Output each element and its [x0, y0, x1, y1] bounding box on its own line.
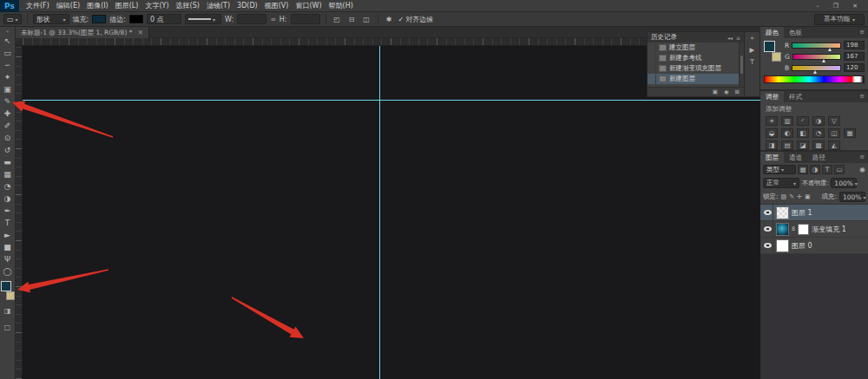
- horizontal-guide[interactable]: [23, 100, 760, 101]
- menu-window[interactable]: 窗口(W): [292, 0, 325, 12]
- dodge-tool[interactable]: ◑: [0, 193, 15, 205]
- gradient-fill-thumbnail[interactable]: [776, 223, 789, 236]
- pen-tool[interactable]: ✒: [0, 205, 15, 217]
- curves-icon[interactable]: ◜: [797, 116, 809, 126]
- type-tool[interactable]: T: [0, 217, 15, 229]
- crop-tool[interactable]: ▣: [0, 83, 15, 95]
- panel-menu-icon[interactable]: ≡: [856, 152, 868, 163]
- tab-layers[interactable]: 图层: [760, 152, 784, 163]
- color-balance-icon[interactable]: ◐: [781, 128, 793, 138]
- restore-button[interactable]: ❐: [833, 3, 838, 10]
- channel-mixer-icon[interactable]: ◫: [828, 128, 840, 138]
- red-slider[interactable]: [792, 42, 841, 49]
- selective-color-icon[interactable]: ◭: [828, 140, 840, 150]
- rectangle-tool[interactable]: ■: [0, 241, 15, 253]
- filter-type-dropdown[interactable]: 类型 ▾: [763, 165, 796, 174]
- green-slider[interactable]: [792, 54, 841, 60]
- history-item-selected[interactable]: 新建图层: [648, 74, 744, 84]
- threshold-icon[interactable]: ◪: [797, 140, 809, 150]
- eraser-tool[interactable]: ▬: [0, 156, 15, 168]
- layer-thumbnail[interactable]: [776, 206, 789, 219]
- zoom-tool[interactable]: ◯: [0, 265, 15, 278]
- background-color-swatch[interactable]: [6, 291, 15, 300]
- exposure-icon[interactable]: ◑: [812, 116, 825, 126]
- visibility-toggle[interactable]: [762, 205, 773, 221]
- path-arrangement-icon[interactable]: ◫: [361, 14, 372, 24]
- red-value-field[interactable]: 198: [844, 41, 865, 49]
- close-tab-icon[interactable]: ×: [137, 29, 143, 36]
- vertical-guide[interactable]: [379, 46, 380, 379]
- vertical-ruler[interactable]: [16, 46, 23, 379]
- blue-value-field[interactable]: 120: [844, 63, 865, 72]
- menu-help[interactable]: 帮助(H): [326, 0, 357, 12]
- history-source-checkbox[interactable]: [648, 64, 656, 74]
- filter-adjustment-layers-icon[interactable]: ◑: [810, 165, 820, 174]
- filter-pixel-layers-icon[interactable]: ▦: [798, 165, 808, 174]
- close-button[interactable]: ✕: [852, 3, 858, 10]
- document-tab[interactable]: 未标题-1 @ 33.3%(图层 1, RGB/8) * ×: [16, 27, 149, 38]
- clone-stamp-tool[interactable]: ⊙: [0, 132, 15, 144]
- tab-history[interactable]: 历史记录: [651, 33, 677, 42]
- lasso-tool[interactable]: ∽: [0, 59, 15, 71]
- menu-edit[interactable]: 编辑(E): [53, 0, 83, 12]
- stroke-color-swatch[interactable]: [129, 15, 143, 23]
- collapse-panel-icon[interactable]: ◂◂: [727, 35, 733, 41]
- vibrance-icon[interactable]: ▽: [828, 116, 840, 126]
- menu-filter[interactable]: 滤镜(T): [203, 0, 233, 12]
- toolbar-collapse-icon[interactable]: «: [6, 28, 10, 35]
- layer-mask-thumbnail[interactable]: [798, 224, 809, 235]
- visibility-toggle[interactable]: [762, 221, 773, 238]
- fill-color-swatch[interactable]: [92, 15, 106, 23]
- hand-tool[interactable]: Ψ: [0, 253, 15, 265]
- history-source-checkbox[interactable]: [648, 75, 656, 84]
- width-input[interactable]: [237, 14, 266, 24]
- color-spectrum-bar[interactable]: [764, 75, 865, 83]
- slider-thumb[interactable]: [828, 48, 832, 51]
- layer-name[interactable]: 图层 0: [792, 241, 812, 251]
- minimize-button[interactable]: –: [816, 3, 819, 10]
- character-panel-icon[interactable]: T: [750, 58, 754, 66]
- healing-brush-tool[interactable]: ✚: [0, 108, 15, 120]
- filter-toggle-icon[interactable]: ◉: [859, 166, 865, 173]
- tab-color[interactable]: 颜色: [760, 27, 784, 38]
- menu-3d[interactable]: 3D(D): [233, 0, 261, 12]
- history-item[interactable]: 新建渐变填充图层: [648, 63, 744, 74]
- history-brush-tool[interactable]: ↺: [0, 144, 15, 156]
- height-input[interactable]: [291, 14, 320, 24]
- workspace-switcher-button[interactable]: 基本功能 ▾: [814, 14, 865, 25]
- path-selection-tool[interactable]: ►: [0, 229, 15, 241]
- screen-mode-button[interactable]: □: [4, 322, 11, 333]
- layer-name[interactable]: 图层 1: [792, 208, 812, 218]
- tool-mode-dropdown[interactable]: 形状 ▾: [33, 14, 69, 24]
- blend-mode-dropdown[interactable]: 正常 ▾: [763, 178, 799, 188]
- opacity-field[interactable]: 100% ▾: [831, 178, 857, 188]
- new-snapshot-icon[interactable]: ◉: [724, 88, 729, 95]
- hue-saturation-icon[interactable]: ◒: [766, 128, 778, 138]
- delete-state-icon[interactable]: ⊠: [735, 88, 740, 95]
- levels-icon[interactable]: ▥: [781, 116, 793, 126]
- path-alignment-icon[interactable]: ⊟: [346, 14, 358, 24]
- link-dimensions-icon[interactable]: ∞: [270, 16, 276, 23]
- quick-selection-tool[interactable]: ✦: [0, 71, 15, 83]
- new-document-from-state-icon[interactable]: ▣: [713, 88, 718, 95]
- invert-icon[interactable]: ◨: [766, 140, 778, 150]
- fill-field[interactable]: 100% ▾: [839, 192, 865, 202]
- eyedropper-tool[interactable]: ✎: [0, 95, 15, 108]
- blue-slider[interactable]: [792, 65, 841, 71]
- menu-type[interactable]: 文字(Y): [141, 0, 172, 12]
- stroke-width-field[interactable]: 0 点: [147, 14, 181, 24]
- menu-select[interactable]: 选择(S): [173, 0, 203, 12]
- marquee-tool[interactable]: ▭: [0, 47, 15, 59]
- background-color-swatch[interactable]: [772, 52, 781, 62]
- photo-filter-icon[interactable]: ◔: [812, 128, 825, 138]
- align-edges-checkbox[interactable]: ✓ 对齐边缘: [398, 15, 434, 24]
- layer-row[interactable]: 图层 0: [760, 238, 868, 254]
- filter-type-layers-icon[interactable]: T: [822, 165, 832, 174]
- layer-name[interactable]: 渐变填充 1: [812, 225, 846, 234]
- lock-transparency-icon[interactable]: ▨: [781, 193, 787, 200]
- blur-tool[interactable]: ◔: [0, 180, 15, 193]
- menu-layer[interactable]: 图层(L): [112, 0, 142, 12]
- gradient-tool[interactable]: ▦: [0, 168, 15, 180]
- black-white-icon[interactable]: ◧: [797, 128, 809, 138]
- foreground-color-swatch[interactable]: [1, 281, 11, 291]
